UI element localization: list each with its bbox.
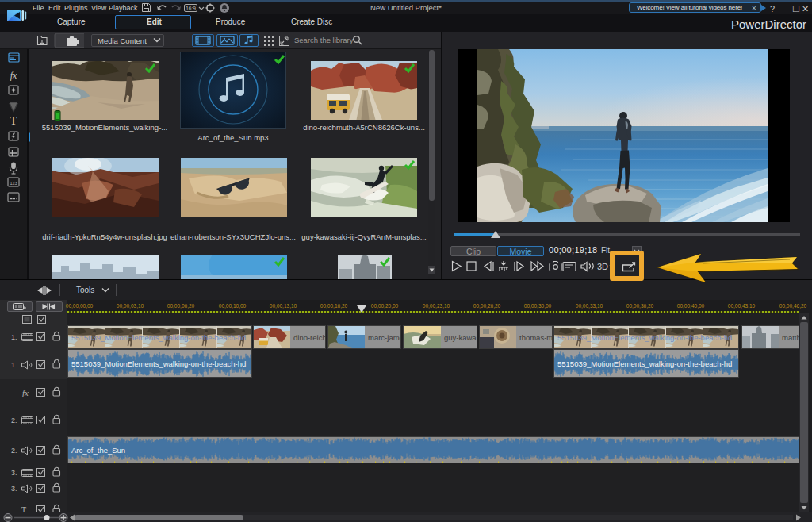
svg-text:2.: 2. [11,447,17,455]
svg-text:1.: 1. [11,333,17,341]
svg-text:T: T [10,115,17,127]
svg-text:T: T [21,505,26,512]
svg-text:fx: fx [22,388,29,397]
svg-text:Arc_of_the_Sun: Arc_of_the_Sun [71,446,125,455]
svg-text:3.: 3. [11,469,17,477]
svg-text:5515039_MotionElements_walking: 5515039_MotionElements_walking-on-the-be… [557,359,732,368]
svg-text:fx: fx [10,70,17,81]
svg-text:1.: 1. [11,361,17,369]
svg-text:2.: 2. [11,416,17,424]
svg-text:123: 123 [10,181,17,186]
svg-text:3.: 3. [11,485,17,493]
svg-text:3D: 3D [597,262,608,271]
svg-text:5515039_MotionElements_walking: 5515039_MotionElements_walking-on-the-be… [71,359,246,368]
